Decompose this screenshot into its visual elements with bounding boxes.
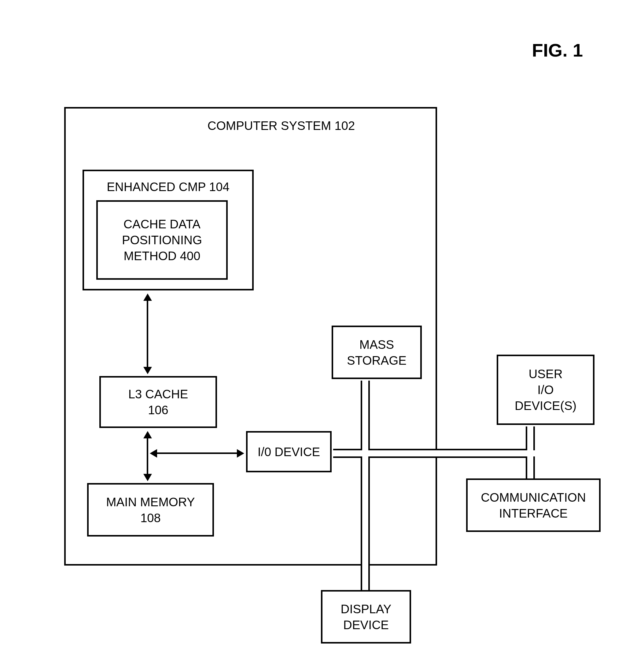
comm-interface-line2: INTERFACE xyxy=(499,505,568,521)
l3-cache-box: L3 CACHE 106 xyxy=(99,376,217,428)
bus-junction-2 xyxy=(527,450,534,456)
bus-mass-storage xyxy=(361,381,370,450)
arrowhead-down-icon xyxy=(143,367,152,374)
user-io-box: USER I/O DEVICE(S) xyxy=(497,355,594,425)
display-device-line1: DISPLAY xyxy=(341,601,392,617)
display-device-line2: DEVICE xyxy=(343,617,389,633)
arrow-l3-to-mem xyxy=(147,436,148,475)
main-memory-line2: 108 xyxy=(140,510,161,526)
mass-storage-line2: STORAGE xyxy=(347,353,406,368)
arrow-cmp-to-l3 xyxy=(147,298,148,368)
arrowhead-up-icon xyxy=(143,431,152,438)
user-io-line2: I/O xyxy=(537,382,553,398)
computer-system-label: COMPUTER SYSTEM 102 xyxy=(207,118,355,134)
cache-data-method-box: CACHE DATA POSITIONING METHOD 400 xyxy=(96,200,228,280)
comm-interface-line1: COMMUNICATION xyxy=(481,489,586,505)
main-memory-line1: MAIN MEMORY xyxy=(106,494,195,510)
figure-title: FIG. 1 xyxy=(532,40,583,61)
main-memory-box: MAIN MEMORY 108 xyxy=(87,483,214,536)
display-device-box: DISPLAY DEVICE xyxy=(321,590,411,644)
bus-comm-interface xyxy=(526,456,535,479)
comm-interface-box: COMMUNICATION INTERFACE xyxy=(466,479,601,532)
cache-data-line2: POSITIONING xyxy=(122,232,202,248)
bus-display-device xyxy=(361,456,370,590)
enhanced-cmp-label: ENHANCED CMP 104 xyxy=(107,179,229,195)
l3-cache-line1: L3 CACHE xyxy=(128,386,188,402)
io-device-box: I/0 DEVICE xyxy=(246,431,331,472)
cache-data-line3: METHOD 400 xyxy=(123,248,200,264)
arrowhead-up-icon xyxy=(143,293,152,301)
user-io-line3: DEVICE(S) xyxy=(515,398,576,414)
cache-data-line1: CACHE DATA xyxy=(123,216,200,232)
user-io-line1: USER xyxy=(528,366,562,382)
l3-cache-line2: 106 xyxy=(148,402,168,418)
bus-junction-1 xyxy=(362,450,368,456)
mass-storage-line1: MASS xyxy=(360,337,394,353)
io-device-label: I/0 DEVICE xyxy=(258,444,320,460)
mass-storage-box: MASS STORAGE xyxy=(331,325,422,379)
arrowhead-right-icon xyxy=(237,449,244,458)
bus-user-io xyxy=(526,427,535,450)
arrowhead-down-icon xyxy=(143,474,152,481)
arrowhead-left-icon xyxy=(150,449,157,458)
arrow-mem-to-io xyxy=(154,453,239,454)
